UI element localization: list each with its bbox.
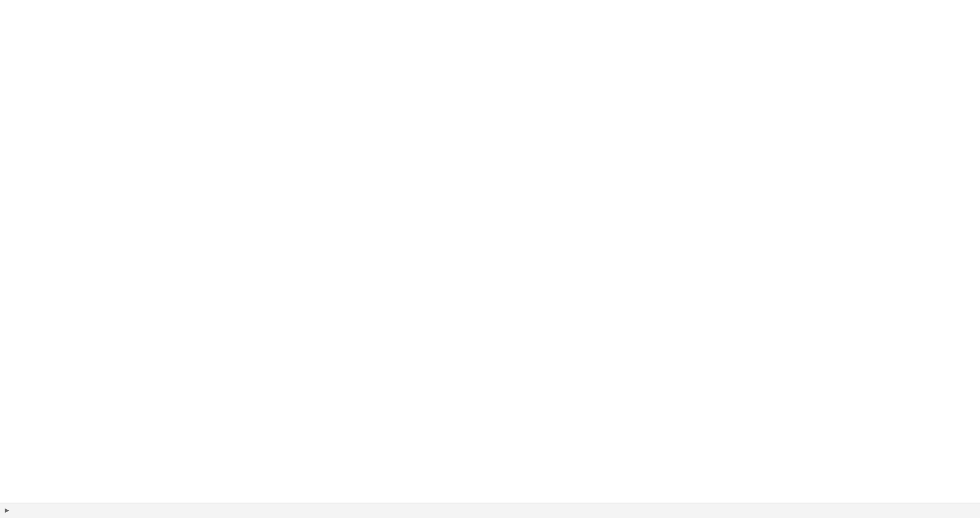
page-title (0, 0, 980, 9)
annual-overview (0, 9, 394, 16)
sheet-tabs: ▶ (0, 503, 980, 518)
add-tab-button[interactable] (18, 503, 32, 518)
tab-scroll-icon[interactable]: ▶ (5, 507, 9, 513)
notes-column (326, 45, 391, 48)
